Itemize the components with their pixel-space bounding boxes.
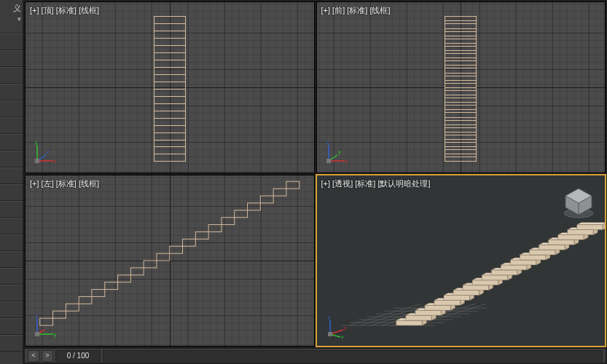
panel-button[interactable] bbox=[0, 184, 23, 201]
stair-object-left[interactable] bbox=[26, 175, 314, 346]
panel-button[interactable] bbox=[0, 285, 23, 301]
svg-rect-8 bbox=[40, 318, 53, 325]
timeline-prev-button[interactable]: < bbox=[28, 350, 39, 362]
panel-button[interactable] bbox=[0, 201, 23, 218]
viewport-label-perspective[interactable]: [+] [透视] [标准] [默认明暗处理] bbox=[321, 178, 431, 189]
svg-rect-23 bbox=[235, 210, 248, 218]
svg-rect-21 bbox=[208, 225, 222, 232]
svg-marker-49 bbox=[405, 315, 431, 320]
viewport-top[interactable]: [+] [顶] [标准] [线框] x y z bbox=[25, 1, 315, 173]
svg-marker-67 bbox=[463, 285, 489, 290]
svg-rect-18 bbox=[170, 246, 183, 253]
panel-button[interactable] bbox=[0, 301, 23, 318]
viewport-front[interactable]: [+] [前] [标准] [线框] x z y bbox=[316, 1, 606, 173]
svg-rect-20 bbox=[195, 232, 208, 239]
viewport-label-left[interactable]: [+] [左] [标准] [线框] bbox=[30, 178, 99, 189]
svg-marker-100 bbox=[567, 229, 593, 234]
svg-rect-10 bbox=[66, 304, 79, 311]
svg-marker-70 bbox=[472, 280, 498, 285]
svg-rect-24 bbox=[248, 203, 261, 210]
timeline-bar: < > 0 / 100 bbox=[25, 348, 606, 363]
svg-rect-9 bbox=[53, 311, 66, 318]
panel-button[interactable] bbox=[0, 251, 23, 268]
timeline-track[interactable] bbox=[103, 350, 603, 362]
viewport-label-front[interactable]: [+] [前] [标准] [线框] bbox=[321, 5, 391, 16]
svg-marker-88 bbox=[529, 250, 555, 255]
svg-marker-46 bbox=[396, 320, 422, 325]
svg-marker-52 bbox=[415, 310, 441, 315]
viewport-perspective[interactable]: [+] [透视] [标准] [默认明暗处理] x y z bbox=[316, 175, 606, 347]
panel-button[interactable] bbox=[0, 318, 23, 335]
panel-button[interactable] bbox=[0, 134, 23, 151]
dropdown-indicator[interactable]: ▾ bbox=[17, 15, 21, 23]
svg-marker-94 bbox=[548, 240, 574, 245]
svg-rect-27 bbox=[286, 181, 299, 189]
svg-marker-61 bbox=[444, 295, 470, 300]
svg-rect-25 bbox=[260, 196, 273, 203]
panel-button[interactable] bbox=[0, 33, 23, 50]
svg-marker-82 bbox=[510, 260, 536, 265]
panel-button[interactable] bbox=[0, 268, 23, 285]
stair-object-front[interactable] bbox=[445, 16, 477, 162]
timeline-next-button[interactable]: > bbox=[42, 350, 53, 362]
frame-display[interactable]: 0 / 100 bbox=[55, 350, 101, 362]
svg-marker-104 bbox=[576, 223, 605, 225]
svg-rect-11 bbox=[79, 296, 92, 304]
svg-rect-26 bbox=[273, 189, 286, 196]
viewcube[interactable] bbox=[560, 183, 598, 221]
svg-rect-17 bbox=[157, 253, 170, 261]
svg-marker-76 bbox=[491, 270, 517, 275]
svg-rect-15 bbox=[130, 268, 144, 275]
svg-rect-22 bbox=[222, 218, 235, 225]
stair-object-top[interactable] bbox=[154, 16, 186, 162]
panel-title: 义 bbox=[13, 4, 21, 12]
svg-marker-97 bbox=[557, 234, 584, 240]
viewport-area: [+] [顶] [标准] [线框] x y z [+] [前] [标准] [线框… bbox=[23, 0, 607, 364]
panel-button[interactable] bbox=[0, 218, 23, 234]
panel-button[interactable] bbox=[0, 335, 23, 352]
panel-button[interactable] bbox=[0, 117, 23, 134]
panel-button[interactable] bbox=[0, 167, 23, 184]
svg-marker-64 bbox=[453, 290, 479, 296]
panel-button[interactable] bbox=[0, 67, 23, 84]
svg-rect-19 bbox=[183, 239, 196, 246]
panel-button[interactable] bbox=[0, 151, 23, 167]
svg-rect-12 bbox=[92, 290, 105, 297]
viewport-left[interactable]: [+] [左] [标准] [线框] y z bbox=[25, 175, 315, 347]
svg-rect-16 bbox=[144, 261, 157, 268]
panel-header: 义 ▾ bbox=[0, 0, 23, 33]
svg-marker-103 bbox=[576, 225, 603, 230]
svg-rect-14 bbox=[118, 275, 131, 282]
panel-button[interactable] bbox=[0, 84, 23, 100]
panel-button[interactable] bbox=[0, 50, 23, 67]
svg-marker-58 bbox=[434, 300, 460, 305]
panel-button[interactable] bbox=[0, 100, 23, 117]
svg-marker-85 bbox=[520, 255, 546, 260]
svg-marker-55 bbox=[424, 305, 450, 310]
command-panel: 义 ▾ bbox=[0, 0, 23, 364]
svg-marker-79 bbox=[501, 265, 527, 270]
svg-rect-13 bbox=[105, 282, 118, 290]
svg-marker-73 bbox=[482, 275, 508, 280]
viewport-label-top[interactable]: [+] [顶] [标准] [线框] bbox=[30, 5, 99, 16]
panel-button[interactable] bbox=[0, 234, 23, 251]
svg-marker-91 bbox=[539, 245, 565, 250]
